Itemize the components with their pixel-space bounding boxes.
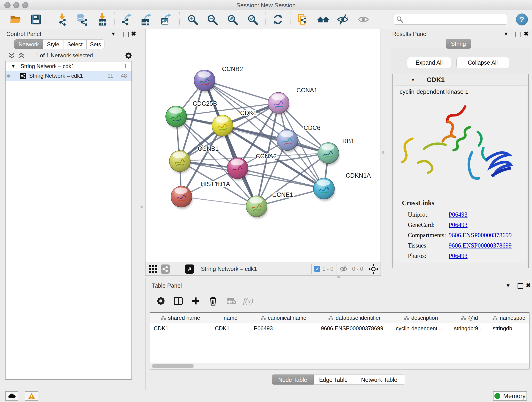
network-node-CDKN1A[interactable] [313, 178, 335, 201]
network-view-canvas[interactable]: CCNB2CCNA1CDC25BCDK1CDC6RB1CCNB1CCNA2CDK… [145, 29, 381, 262]
panel-menu-icon[interactable]: ▾ [112, 31, 115, 37]
detach-view-icon[interactable] [185, 264, 194, 274]
table-cell[interactable]: 9606.ENSP00000378699 [317, 323, 392, 333]
column-header-name[interactable]: name [211, 313, 250, 323]
export-table-icon[interactable] [140, 13, 152, 26]
table-cell[interactable]: stringdb:9... [450, 323, 489, 333]
table-hscrollbar[interactable] [150, 363, 529, 369]
network-row-selected[interactable]: String Network – cdk1 11 48 [6, 71, 132, 81]
zoom-fit-icon[interactable] [226, 13, 239, 26]
selected-checkbox-icon[interactable] [314, 266, 320, 272]
column-header-namespac[interactable]: namespac [489, 313, 529, 323]
warnings-button[interactable] [25, 391, 38, 401]
grid-view-icon[interactable] [149, 264, 158, 274]
table-gear-icon[interactable] [156, 296, 166, 306]
create-column-icon[interactable] [190, 296, 201, 306]
refresh-icon[interactable] [272, 13, 284, 26]
panel-close-icon[interactable]: ✖ [131, 31, 136, 37]
column-header-database-identifier[interactable]: database identifier [317, 313, 392, 323]
tab-node-table[interactable]: Node Table [272, 375, 314, 385]
collapse-all-button[interactable]: Collapse All [456, 57, 509, 68]
toolbar-separator [265, 12, 266, 26]
hscrollbar-thumb[interactable] [152, 364, 194, 368]
search-box [394, 14, 507, 25]
network-node-CCNA1[interactable] [268, 92, 290, 115]
collection-expander-icon[interactable]: ▼ [11, 64, 16, 69]
section-expander-icon[interactable]: ▼ [411, 77, 415, 83]
network-node-CCNE1[interactable] [246, 196, 268, 218]
tab-style[interactable]: Style [43, 39, 63, 49]
table-cell[interactable]: P06493 [250, 323, 317, 333]
panel-close-icon[interactable]: ✖ [526, 282, 531, 288]
memory-button[interactable]: Memory [493, 391, 527, 401]
network-collection-row[interactable]: ▼ String Network – cdk1 1 [6, 61, 132, 71]
results-panel: Results Panel ▾ ✖ String Expand All Coll… [389, 29, 532, 269]
column-header-canonical-name[interactable]: canonical name [250, 313, 317, 323]
network-node-CDC25B[interactable] [166, 106, 187, 128]
panel-menu-icon[interactable]: ▾ [507, 282, 510, 288]
panel-menu-icon[interactable]: ▾ [505, 31, 507, 37]
import-network-icon[interactable] [56, 13, 68, 26]
window-title: Session: New Session [0, 2, 532, 9]
table-row[interactable]: CDK1CDK1P064939606.ENSP00000378699cyclin… [150, 323, 529, 333]
delete-column-icon[interactable] [208, 296, 218, 306]
search-input[interactable] [403, 14, 507, 24]
panel-float-icon[interactable] [515, 32, 521, 37]
show-all-icon[interactable] [357, 13, 370, 26]
node-count: 11 [108, 73, 113, 79]
panel-float-icon[interactable] [518, 283, 523, 289]
tab-network-table[interactable]: Network Table [353, 375, 405, 385]
table-cell[interactable]: stringdb [489, 323, 529, 333]
crosslink-link[interactable]: 9606.ENSP00000378699 [449, 242, 512, 249]
network-node-HIST1H1A[interactable] [171, 186, 192, 209]
zoom-in-icon[interactable] [186, 13, 199, 26]
expand-all-button[interactable]: Expand All [407, 57, 451, 68]
network-edge[interactable] [181, 197, 257, 206]
tab-network[interactable]: Network [14, 39, 43, 49]
import-network-database-icon[interactable] [75, 13, 88, 26]
hide-selected-icon[interactable] [337, 13, 349, 26]
cloud-button[interactable] [5, 391, 18, 401]
table-cell[interactable]: CDK1 [211, 323, 250, 333]
clone-network-icon[interactable] [297, 13, 309, 26]
left-splitter-handle[interactable] [140, 206, 143, 208]
network-node-RB1[interactable] [318, 143, 339, 165]
save-session-icon[interactable] [30, 13, 42, 26]
tab-edge-table[interactable]: Edge Table [314, 375, 353, 385]
panel-close-icon[interactable]: ✖ [524, 31, 529, 37]
network-node-CDK1[interactable] [212, 115, 234, 138]
open-session-icon[interactable] [9, 13, 22, 26]
table-cell[interactable]: CDK1 [150, 323, 211, 333]
help-icon[interactable]: ? [516, 13, 528, 26]
column-header-description[interactable]: description [392, 313, 450, 323]
column-header--id[interactable]: @id [450, 313, 489, 323]
export-network-icon[interactable] [120, 13, 133, 26]
crosslink-link[interactable]: P06493 [449, 252, 468, 259]
tab-string[interactable]: String [446, 39, 471, 49]
column-label: namespac [500, 315, 525, 321]
crosslink-link[interactable]: 9606.ENSP00000378699 [449, 232, 512, 239]
right-splitter-handle[interactable] [382, 151, 385, 154]
zoom-out-icon[interactable] [206, 13, 218, 26]
viewbar-separator [174, 264, 174, 274]
crosslink-label: Pharos: [408, 252, 449, 259]
panel-float-icon[interactable] [123, 32, 128, 37]
network-graph[interactable]: CCNB2CCNA1CDC25BCDK1CDC6RB1CCNB1CCNA2CDK… [146, 29, 380, 262]
first-neighbors-icon[interactable] [317, 13, 329, 26]
zoom-selected-icon[interactable] [246, 13, 259, 26]
network-node-CCNB1[interactable] [169, 151, 191, 173]
fit-selected-crosshair-icon[interactable] [368, 264, 379, 274]
table-cell[interactable]: cyclin-dependent ... [392, 323, 450, 333]
tab-select[interactable]: Select [63, 39, 87, 49]
network-type-badge-icon[interactable] [161, 264, 170, 274]
tab-sets[interactable]: Sets [87, 39, 104, 49]
show-columns-icon[interactable] [173, 296, 184, 306]
column-header-shared-name[interactable]: shared name [150, 313, 211, 323]
toolbar-separator [375, 12, 375, 26]
network-edge[interactable] [205, 80, 279, 103]
crosslink-link[interactable]: P06493 [449, 221, 468, 229]
import-table-icon[interactable] [96, 13, 108, 26]
gear-icon[interactable] [124, 51, 133, 60]
crosslink-link[interactable]: P06493 [449, 211, 468, 218]
export-image-icon[interactable] [160, 13, 172, 26]
